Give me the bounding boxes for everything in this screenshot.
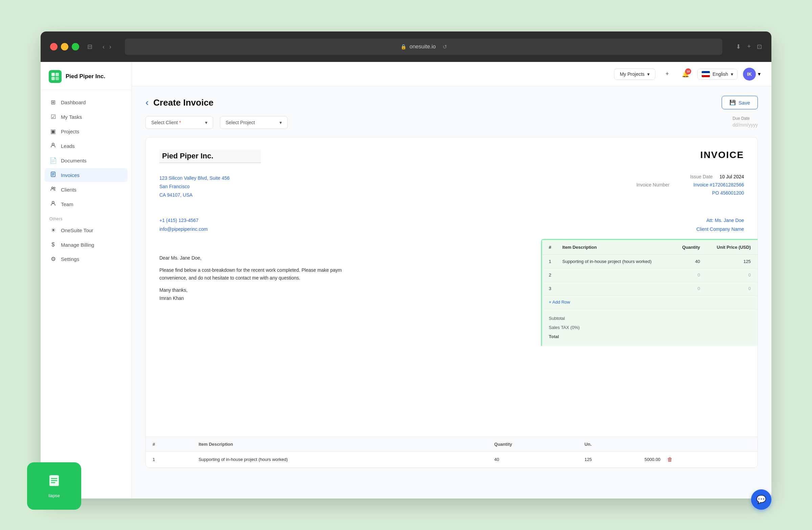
reload-icon[interactable]: ↺ xyxy=(443,44,447,50)
sidebar-nav: ⊞ Dashboard ☑ My Tasks ▣ Projects xyxy=(41,90,132,499)
sidebar-item-projects[interactable]: ▣ Projects xyxy=(45,125,128,139)
invoice-meta: Issue Date 10 Jul 2024 Invoice Number In… xyxy=(636,174,744,209)
sidebar-item-label: OneSuite Tour xyxy=(61,227,93,233)
required-marker: * xyxy=(179,120,181,125)
collapse-sidebar-button[interactable]: llapse xyxy=(27,462,81,510)
user-profile[interactable]: IK ▾ xyxy=(743,68,760,81)
issue-date-row: Issue Date 10 Jul 2024 xyxy=(636,174,744,180)
table-row: 1 Supporting of in-house project (hours … xyxy=(146,452,757,468)
selects-row: Select Client * ▾ Select Project ▾ Due D… xyxy=(145,116,758,129)
sidebar: Pied Piper Inc. ⊞ Dashboard ☑ My Tasks ▣… xyxy=(41,62,132,499)
sidebar-item-label: Leads xyxy=(61,143,75,149)
subtotal-label: Subtotal xyxy=(549,316,565,321)
due-date-value[interactable]: dd/mm/yyyy xyxy=(733,122,758,128)
col-total xyxy=(638,437,757,452)
download-icon[interactable]: ⬇ xyxy=(736,43,741,51)
sidebar-item-clients[interactable]: Clients xyxy=(45,183,128,197)
select-client-dropdown[interactable]: Select Client * ▾ xyxy=(145,116,213,129)
sidebar-toggle-icon[interactable]: ⊟ xyxy=(87,43,92,51)
my-projects-button[interactable]: My Projects ▾ xyxy=(614,68,655,80)
row-unit-price: 125 xyxy=(578,452,638,468)
totals-section: Subtotal Sales TAX (0%) Total xyxy=(542,309,757,346)
maximize-button[interactable] xyxy=(72,43,79,51)
sign-off: Many thanks, Imran Khan xyxy=(159,286,362,303)
greeting: Dear Ms. Jane Doe, xyxy=(159,254,362,262)
invoice-top: INVOICE xyxy=(159,149,744,163)
address-bar[interactable]: 🔒 onesuite.io ↺ xyxy=(125,39,722,55)
sidebar-item-label: Invoices xyxy=(61,172,79,178)
chat-button[interactable]: 💬 xyxy=(751,489,771,510)
col-unit-price: Unit Price (USD) xyxy=(700,245,751,250)
chevron-down-icon: ▾ xyxy=(205,120,207,125)
svg-point-8 xyxy=(52,201,54,203)
sidebar-item-my-tasks[interactable]: ☑ My Tasks xyxy=(45,110,128,124)
new-tab-icon[interactable]: + xyxy=(747,43,751,51)
issue-date-value: 10 Jul 2024 xyxy=(720,174,744,180)
company-name-input[interactable] xyxy=(159,149,261,163)
invoice-number-value: Invoice #172061282566 xyxy=(676,182,744,187)
team-icon xyxy=(49,201,57,208)
sidebar-item-onesuite-tour[interactable]: ☀ OneSuite Tour xyxy=(45,224,128,237)
notification-button[interactable]: 🔔 10 xyxy=(679,68,692,81)
invoice-table-overlay: # Item Description Quantity Unit Price (… xyxy=(541,239,757,346)
page-title: Create Invoice xyxy=(153,98,214,108)
due-date-label: Due Date xyxy=(733,116,758,121)
dashboard-icon: ⊞ xyxy=(49,99,57,106)
back-nav-icon[interactable]: ‹ xyxy=(102,43,104,51)
sidebar-item-label: Team xyxy=(61,201,73,207)
tax-row: Sales TAX (0%) xyxy=(549,323,751,332)
sidebar-item-label: Projects xyxy=(61,129,79,134)
documents-icon: 📄 xyxy=(49,157,57,164)
others-section-label: Others xyxy=(45,212,128,224)
col-qty: Quantity xyxy=(488,437,578,452)
row-total: 5000.00 🗑 xyxy=(638,452,757,468)
row-num: 2 xyxy=(549,272,562,277)
invoice-number-row: Invoice Number Invoice #172061282566 xyxy=(636,182,744,187)
save-icon: 💾 xyxy=(729,100,736,105)
address-section: 123 Silicon Valley Blvd, Suite 456 San F… xyxy=(159,174,230,200)
sidebar-item-label: Dashboard xyxy=(61,100,86,105)
sidebar-item-leads[interactable]: Leads xyxy=(45,139,128,153)
sidebar-item-manage-billing[interactable]: $ Manage Billing xyxy=(45,238,128,252)
tasks-icon: ☑ xyxy=(49,113,57,120)
close-button[interactable] xyxy=(50,43,58,51)
page-header: ‹ Create Invoice 💾 Save xyxy=(132,86,771,116)
sidebar-item-documents[interactable]: 📄 Documents xyxy=(45,154,128,168)
top-bar-actions: My Projects ▾ + 🔔 10 English ▾ xyxy=(614,68,760,81)
browser-chrome: ⊟ ‹ › 🔒 onesuite.io ↺ ⬇ + ⊡ xyxy=(41,31,771,62)
browser-nav: ‹ › xyxy=(102,43,111,51)
billing-icon: $ xyxy=(49,241,57,248)
sidebar-item-label: Documents xyxy=(61,158,87,163)
delete-icon[interactable]: 🗑 xyxy=(667,457,672,463)
url-text: onesuite.io xyxy=(410,44,436,50)
notification-badge: 10 xyxy=(685,68,691,74)
contact-section: +1 (415) 123-4567 info@pipepiperinc.com xyxy=(159,216,208,234)
col-description: Item Description xyxy=(562,245,659,250)
sidebar-item-settings[interactable]: ⚙ Settings xyxy=(45,252,128,266)
bottom-table-container: # Item Description Quantity Un. xyxy=(146,436,757,468)
table-header-row: # Item Description Quantity Un. xyxy=(146,437,757,452)
clients-icon xyxy=(49,186,57,193)
sidebar-item-invoices[interactable]: Invoices xyxy=(45,168,128,182)
select-client-label: Select Client * xyxy=(151,120,181,125)
address-line2: San Francisco xyxy=(159,183,230,191)
split-view-icon[interactable]: ⊡ xyxy=(757,43,762,51)
tax-label: Sales TAX (0%) xyxy=(549,325,580,330)
sidebar-item-label: Manage Billing xyxy=(61,242,94,248)
save-button[interactable]: 💾 Save xyxy=(722,96,758,109)
traffic-lights xyxy=(50,43,79,51)
logo-icon xyxy=(49,70,61,83)
back-button[interactable]: ‹ xyxy=(145,97,148,108)
select-project-dropdown[interactable]: Select Project ▾ xyxy=(220,116,288,129)
add-button[interactable]: + xyxy=(661,68,673,81)
sidebar-item-team[interactable]: Team xyxy=(45,197,128,211)
svg-rect-2 xyxy=(52,77,55,80)
sidebar-item-dashboard[interactable]: ⊞ Dashboard xyxy=(45,96,128,109)
language-selector[interactable]: English ▾ xyxy=(697,69,738,80)
add-row-button[interactable]: + Add Row xyxy=(542,296,757,309)
forward-nav-icon[interactable]: › xyxy=(109,43,111,51)
minimize-button[interactable] xyxy=(61,43,68,51)
lock-icon: 🔒 xyxy=(401,44,406,49)
letter-body: Dear Ms. Jane Doe, Please find below a c… xyxy=(159,254,362,303)
address-line3: CA 94107, USA xyxy=(159,191,230,199)
